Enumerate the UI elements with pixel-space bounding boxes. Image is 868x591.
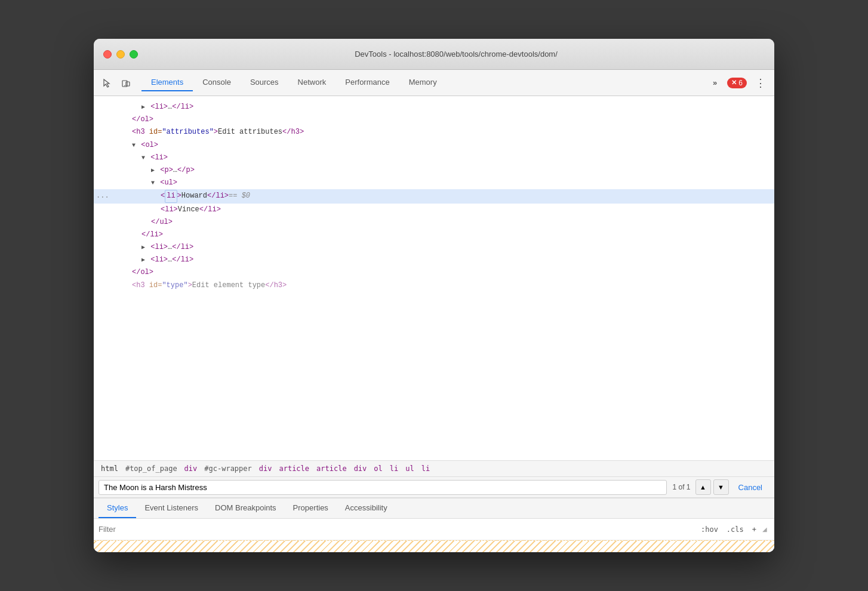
- tab-event-listeners[interactable]: Event Listeners: [136, 498, 207, 518]
- tab-properties[interactable]: Properties: [285, 498, 337, 518]
- toolbar: Elements Console Sources Network Perform…: [94, 70, 774, 96]
- dom-line[interactable]: </ul>: [94, 216, 774, 229]
- tab-elements[interactable]: Elements: [141, 74, 193, 91]
- maximize-button[interactable]: [130, 50, 138, 59]
- minimize-button[interactable]: [116, 50, 125, 59]
- search-cancel-button[interactable]: Cancel: [731, 481, 769, 494]
- dom-line-selected[interactable]: ... <li>Howard</li> == $0: [94, 189, 774, 203]
- dom-line[interactable]: ▶ <p>…</p>: [94, 164, 774, 177]
- dom-line[interactable]: </li>: [94, 229, 774, 241]
- toolbar-right: » ✕ 6 ⋮: [708, 74, 769, 92]
- cursor-icon: [102, 78, 112, 88]
- dom-line[interactable]: ▼ <ol>: [94, 139, 774, 152]
- filter-input[interactable]: [99, 525, 698, 534]
- ellipsis-indicator: ...: [96, 190, 109, 202]
- dom-line[interactable]: <li>Vince</li>: [94, 204, 774, 216]
- dom-line[interactable]: <h3 id="type">Edit element type</h3>: [94, 279, 774, 292]
- dom-line[interactable]: ▶ <li>…</li>: [94, 101, 774, 113]
- breadcrumb-item-li2[interactable]: li: [419, 463, 432, 474]
- add-style-button[interactable]: +: [750, 524, 759, 535]
- tab-accessibility[interactable]: Accessibility: [337, 498, 396, 518]
- tree-triangle: ▼: [151, 180, 155, 186]
- breadcrumb-item-article1[interactable]: article: [276, 463, 312, 474]
- filter-bar: :hov .cls + ◢: [94, 519, 774, 540]
- tab-styles[interactable]: Styles: [99, 498, 136, 518]
- hov-button[interactable]: :hov: [698, 524, 721, 535]
- breadcrumb-item-gc[interactable]: #gc-wrapper: [202, 463, 254, 474]
- tree-triangle: ▶: [141, 104, 145, 110]
- tree-triangle: ▶: [151, 167, 155, 174]
- dom-line[interactable]: </ol>: [94, 113, 774, 126]
- tab-console[interactable]: Console: [193, 74, 241, 91]
- error-badge: ✕ 6: [727, 78, 747, 88]
- search-down-button[interactable]: ▼: [713, 479, 729, 495]
- bottom-tabs: Styles Event Listeners DOM Breakpoints P…: [94, 498, 774, 519]
- main-tabs: Elements Console Sources Network Perform…: [141, 74, 447, 91]
- error-count: 6: [738, 79, 743, 87]
- error-icon: ✕: [731, 79, 737, 87]
- resize-handle[interactable]: ◢: [762, 526, 769, 533]
- tree-triangle: ▶: [141, 244, 145, 251]
- devtools-window: DevTools - localhost:8080/web/tools/chro…: [94, 39, 774, 552]
- dom-line[interactable]: ▼ <li>: [94, 152, 774, 164]
- dom-line[interactable]: </ol>: [94, 266, 774, 279]
- tab-network[interactable]: Network: [288, 74, 336, 91]
- breadcrumb-item-article2[interactable]: article: [314, 463, 349, 474]
- filter-actions: :hov .cls + ◢: [698, 524, 769, 535]
- titlebar: DevTools - localhost:8080/web/tools/chro…: [94, 39, 774, 70]
- tree-triangle: ▼: [132, 142, 136, 149]
- breadcrumb-bar: html #top_of_page div #gc-wrapper div ar…: [94, 460, 774, 477]
- search-count: 1 of 1: [669, 483, 693, 491]
- more-tabs-button[interactable]: »: [708, 76, 722, 90]
- main-content: ▶ <li>…</li> </ol> <h3 id="attributes">E…: [94, 96, 774, 552]
- tab-performance[interactable]: Performance: [335, 74, 399, 91]
- bottom-panel: Styles Event Listeners DOM Breakpoints P…: [94, 498, 774, 552]
- search-bar: 1 of 1 ▲ ▼ Cancel: [94, 477, 774, 498]
- dom-line[interactable]: ▼ <ul>: [94, 177, 774, 189]
- breadcrumb-item-div2[interactable]: div: [257, 463, 275, 474]
- close-button[interactable]: [103, 50, 112, 59]
- toolbar-icons: [99, 75, 134, 91]
- traffic-lights: [103, 50, 138, 59]
- breadcrumb-item-div1[interactable]: div: [182, 463, 200, 474]
- tab-dom-breakpoints[interactable]: DOM Breakpoints: [207, 498, 285, 518]
- breadcrumb-item-ol[interactable]: ol: [371, 463, 384, 474]
- tab-sources[interactable]: Sources: [241, 74, 288, 91]
- window-title: DevTools - localhost:8080/web/tools/chro…: [147, 50, 765, 59]
- kebab-menu-button[interactable]: ⋮: [752, 74, 769, 92]
- tree-triangle: ▶: [141, 257, 145, 263]
- dashed-area: [94, 540, 774, 552]
- search-input[interactable]: [99, 480, 667, 495]
- breadcrumb-item-div3[interactable]: div: [352, 463, 370, 474]
- cls-button[interactable]: .cls: [724, 524, 746, 535]
- dom-line[interactable]: ▶ <li>…</li>: [94, 254, 774, 266]
- tab-memory[interactable]: Memory: [399, 74, 447, 91]
- search-up-button[interactable]: ▲: [695, 479, 711, 495]
- breadcrumb-item-ul[interactable]: ul: [403, 463, 416, 474]
- device-toolbar-button[interactable]: [118, 75, 134, 91]
- svg-rect-1: [126, 82, 130, 86]
- device-icon: [121, 78, 131, 88]
- svg-point-2: [124, 85, 125, 86]
- breadcrumb-item-html[interactable]: html: [99, 463, 121, 474]
- inspect-element-button[interactable]: [99, 75, 115, 91]
- dom-line[interactable]: ▶ <li>…</li>: [94, 241, 774, 254]
- breadcrumb-item-top[interactable]: #top_of_page: [123, 463, 180, 474]
- dom-tree[interactable]: ▶ <li>…</li> </ol> <h3 id="attributes">E…: [94, 96, 774, 460]
- tree-triangle: ▼: [141, 155, 145, 161]
- breadcrumb-item-li1[interactable]: li: [387, 463, 401, 474]
- dom-line[interactable]: <h3 id="attributes">Edit attributes</h3>: [94, 126, 774, 138]
